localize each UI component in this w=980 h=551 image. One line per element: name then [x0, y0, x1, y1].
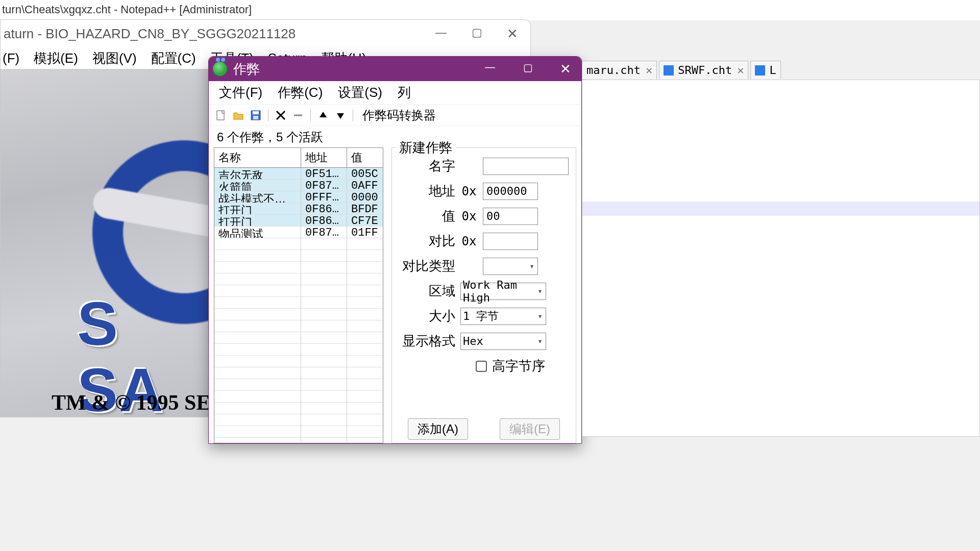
region-select[interactable]: Work Ram High▾	[460, 283, 546, 300]
cheat-converter-button[interactable]: 作弊码转换器	[362, 107, 436, 123]
col-addr[interactable]: 地址	[301, 148, 347, 167]
cell-value: 0AFF	[347, 180, 383, 191]
endian-checkbox[interactable]: 高字节序	[476, 357, 569, 375]
tab-partial[interactable]: L	[750, 61, 780, 79]
close-button[interactable]: ✕	[505, 26, 520, 42]
table-row-empty	[214, 238, 383, 250]
cell-name: 打开门	[214, 215, 301, 226]
size-select[interactable]: 1 字节▾	[460, 308, 546, 325]
move-up-icon[interactable]	[316, 108, 330, 122]
open-file-icon[interactable]	[231, 108, 246, 122]
svg-rect-2	[253, 111, 259, 114]
notepadpp-tabs: maru.cht ✕ SRWF.cht ✕ L	[582, 60, 781, 80]
cell-value: 01FF	[347, 227, 383, 238]
col-value[interactable]: 值	[347, 148, 383, 167]
table-row-empty	[214, 344, 383, 356]
move-down-icon[interactable]	[333, 108, 348, 122]
emu-menu-config[interactable]: 配置(C)	[151, 49, 196, 67]
cell-addr: 0F8786	[301, 227, 347, 238]
svg-marker-8	[337, 113, 344, 119]
table-row-empty	[214, 403, 383, 414]
label-addr: 地址	[399, 182, 455, 200]
delete-icon[interactable]	[274, 108, 288, 122]
compare-type-select[interactable]: ▾	[483, 258, 538, 275]
tab-close-icon[interactable]: ✕	[737, 64, 744, 77]
edit-button[interactable]: 编辑(E)	[500, 418, 560, 440]
cell-name: 火箭筒	[214, 180, 301, 191]
tab-maru[interactable]: maru.cht ✕	[582, 61, 657, 79]
cell-name: 战斗模式不计时	[214, 191, 301, 203]
minimize-button[interactable]: —	[433, 26, 449, 42]
cheat-menu-file[interactable]: 文件(F)	[219, 84, 262, 102]
minimize-button[interactable]: —	[483, 61, 497, 77]
table-row[interactable]: 物品测试0F878601FF	[214, 227, 383, 238]
label-endian: 高字节序	[492, 357, 545, 375]
chevron-down-icon: ▾	[537, 311, 543, 321]
notepadpp-titlebar: turn\Cheats\xgqxz.cht - Notepad++ [Admin…	[0, 0, 980, 20]
table-row[interactable]: 火箭筒0F87840AFF	[214, 180, 383, 191]
close-button[interactable]: ✕	[559, 61, 572, 77]
maximize-button[interactable]: ▢	[469, 26, 484, 42]
file-icon	[664, 65, 674, 76]
col-name[interactable]: 名称	[214, 148, 301, 167]
trademark-text: TM & © 1995 SE	[52, 390, 210, 415]
remove-icon[interactable]	[291, 108, 305, 122]
table-row-empty	[214, 367, 383, 379]
name-input[interactable]	[483, 158, 569, 175]
cheat-menubar: 文件(F) 作弊(C) 设置(S) 列	[209, 81, 581, 105]
new-file-icon[interactable]	[214, 108, 228, 122]
chevron-down-icon: ▾	[537, 286, 543, 296]
emu-menu-view[interactable]: 视图(V)	[92, 49, 137, 67]
cheat-table[interactable]: 名称 地址 值 吉尔无敌0F51AC005C火箭筒0F87840AFF战斗模式不…	[214, 147, 383, 443]
label-compare-type: 对比类型	[399, 257, 455, 275]
compare-input[interactable]	[483, 233, 538, 250]
toolbar-separator	[268, 109, 268, 121]
cell-value: BFDF	[347, 203, 383, 214]
emulator-titlebar[interactable]: aturn - BIO_HAZARD_CN8_BY_SGGG20211128 —…	[1, 20, 530, 47]
table-row-empty	[214, 438, 383, 444]
cheat-menu-cheat[interactable]: 作弊(C)	[278, 84, 323, 102]
cell-name: 打开门	[214, 203, 301, 214]
cell-value: 005C	[347, 168, 383, 179]
hex-prefix: 0x	[460, 209, 478, 223]
table-row-empty	[214, 426, 383, 438]
cheat-body: 名称 地址 值 吉尔无敌0F51AC005C火箭筒0F87840AFF战斗模式不…	[214, 147, 576, 443]
cheat-menu-columns[interactable]: 列	[398, 84, 411, 102]
cheat-menu-settings[interactable]: 设置(S)	[338, 84, 382, 102]
label-value: 值	[399, 207, 455, 225]
tab-label: maru.cht	[586, 64, 641, 77]
tab-srwf[interactable]: SRWF.cht ✕	[659, 61, 748, 79]
cell-value: 0000	[347, 191, 383, 203]
tab-label: SRWF.cht	[678, 64, 732, 77]
svg-rect-0	[217, 111, 224, 120]
table-row-empty	[214, 356, 383, 367]
address-input[interactable]	[483, 183, 538, 200]
label-compare: 对比	[399, 232, 455, 250]
table-row-empty	[214, 297, 383, 309]
table-row-empty	[214, 309, 383, 320]
cheat-dialog: 作弊 — ▢ ✕ 文件(F) 作弊(C) 设置(S) 列 作弊码转换器 6 个作…	[208, 56, 582, 444]
display-format-select[interactable]: Hex▾	[460, 333, 546, 350]
tab-close-icon[interactable]: ✕	[646, 64, 652, 77]
table-row-empty	[214, 285, 383, 297]
toolbar-separator	[353, 109, 353, 121]
label-region: 区域	[399, 282, 455, 300]
cell-addr: 0FFFA2	[301, 191, 347, 203]
add-button[interactable]: 添加(A)	[408, 418, 468, 440]
emu-menu-emulate[interactable]: 模拟(E)	[34, 49, 78, 67]
cheat-titlebar[interactable]: 作弊 — ▢ ✕	[209, 57, 581, 81]
table-row[interactable]: 打开门0F86B4BFDF	[214, 203, 383, 215]
notepadpp-editor[interactable]	[582, 80, 980, 437]
table-row[interactable]: 吉尔无敌0F51AC005C	[214, 168, 383, 180]
cheat-status-text: 6 个作弊，5 个活跃	[209, 126, 581, 148]
cheat-window-controls: — ▢ ✕	[483, 61, 572, 77]
value-input[interactable]	[483, 208, 538, 225]
cell-addr: 0F86B6	[301, 215, 347, 226]
cell-addr: 0F86B4	[301, 203, 347, 214]
table-row[interactable]: 打开门0F86B6CF7E	[214, 215, 383, 227]
logo-text-1: S	[77, 288, 119, 359]
maximize-button[interactable]: ▢	[521, 61, 534, 77]
emu-menu-file[interactable]: (F)	[3, 51, 19, 66]
table-row[interactable]: 战斗模式不计时0FFFA20000	[214, 191, 383, 203]
save-file-icon[interactable]	[249, 108, 263, 122]
